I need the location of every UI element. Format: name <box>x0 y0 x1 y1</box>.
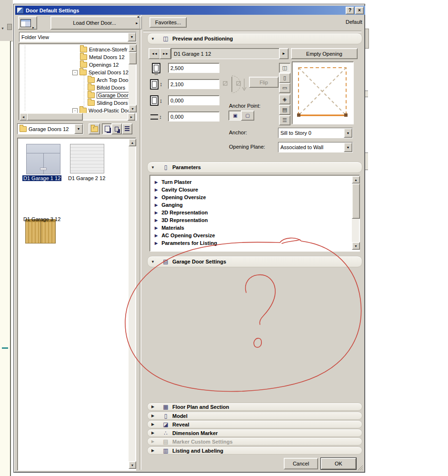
expand-icon[interactable]: ▶ <box>155 203 158 207</box>
section-preview-positioning[interactable]: ▼ ◫ Preview and Positioning <box>147 33 362 44</box>
flip-button[interactable]: Flip <box>249 77 279 88</box>
parameter-row[interactable]: ▶Parameters for Listing <box>155 240 217 246</box>
thumb-label[interactable]: D1 Garage 1 12 <box>22 175 61 181</box>
scroll-up-icon[interactable]: ▲ <box>129 139 136 146</box>
expand-icon[interactable]: ▶ <box>155 226 158 230</box>
expand-icon[interactable]: ▶ <box>155 188 158 192</box>
thumb-d1-garage-3[interactable] <box>25 219 56 243</box>
tree-item[interactable]: Sliding Doors <box>88 100 128 106</box>
scroll-thumb[interactable] <box>129 52 137 64</box>
parameters-vscrollbar[interactable]: ▲ ▼ <box>352 176 359 250</box>
preview-3d-view-button[interactable]: ◈ <box>279 94 290 104</box>
current-door-name-field[interactable]: D1 Garage 1 12 <box>171 48 280 59</box>
prev-item-button[interactable]: ◄◄ <box>149 48 160 59</box>
expand-icon[interactable]: ▶ <box>148 431 158 435</box>
expand-icon[interactable]: ▶ <box>155 180 158 184</box>
combo-dropdown-icon[interactable]: ▼ <box>344 142 352 152</box>
parameter-row[interactable]: ▶3D Representation <box>155 217 208 223</box>
parameter-row[interactable]: ▶Turn Plaster <box>155 179 192 185</box>
tree-item[interactable]: Metal Doors 12 <box>80 54 125 61</box>
panel-divider[interactable] <box>139 15 141 470</box>
collapse-icon[interactable]: ▼ <box>148 37 158 41</box>
section-reveal[interactable]: ▶ ◪ Reveal <box>147 420 362 428</box>
tree-item[interactable]: Arch Top Doo <box>88 77 128 83</box>
expand-icon[interactable]: ▶ <box>148 422 158 426</box>
tree-item[interactable]: Bifold Doors <box>88 84 125 91</box>
opening-plane-combo[interactable]: Associated to Wall ▼ <box>278 142 353 152</box>
tree-item[interactable]: Entrance-Storefr <box>80 46 128 53</box>
scroll-left-icon[interactable]: ◄ <box>20 113 27 121</box>
current-folder-combo[interactable]: Garage Doors 12 ▼ <box>17 123 83 134</box>
section-garage-door-settings[interactable]: ▼ ▤ Garage Door Settings <box>147 256 362 267</box>
scroll-thumb[interactable] <box>27 113 83 121</box>
view-large-icons-button[interactable] <box>102 123 112 134</box>
next-item-button[interactable]: ►► <box>159 48 171 59</box>
view-mode-combo[interactable]: Folder View ▼ <box>19 32 137 42</box>
expand-icon[interactable]: ▶ <box>155 233 158 238</box>
scroll-up-icon[interactable]: ▲ <box>352 176 360 183</box>
expand-icon[interactable]: ▶ <box>155 211 158 215</box>
thumb-d1-garage-2[interactable] <box>70 144 104 173</box>
collapse-icon[interactable]: ▼ <box>148 165 158 170</box>
section-listing-labeling[interactable]: ▶ ▥ Listing and Labeling <box>147 446 362 455</box>
scroll-down-icon[interactable]: ▼ <box>129 461 136 469</box>
ok-button[interactable]: OK <box>321 458 356 469</box>
combo-dropdown-icon[interactable]: ▼ <box>344 128 352 138</box>
thumbnail-list[interactable]: D1 Garage 1 12 D1 Garage 2 12 D1 Garage … <box>17 138 136 471</box>
tree-vscrollbar[interactable]: ▲ ▼ <box>129 44 136 112</box>
thumb-d1-garage-1[interactable] <box>26 144 60 174</box>
preview-front-view-button[interactable]: ◫ <box>279 63 290 73</box>
anchor-combo[interactable]: Sill to Story 0 ▼ <box>278 128 353 138</box>
close-button[interactable]: × <box>355 7 364 14</box>
panel-collapse-icon[interactable]: ▲ <box>137 15 140 18</box>
preview-plan-view-button[interactable]: ▯ <box>279 73 290 83</box>
thumb-label[interactable]: D1 Garage 2 12 <box>68 175 105 181</box>
parameter-row[interactable]: ▶Ganging <box>155 202 183 208</box>
background-dropdown-icon[interactable]: ▼ <box>1 27 4 30</box>
tree-item[interactable]: - Special Doors 12 <box>72 69 129 76</box>
library-view-button[interactable]: ► <box>18 16 37 30</box>
parameter-row[interactable]: ▶Cavity Closure <box>155 187 198 192</box>
door-height-input[interactable] <box>168 79 219 89</box>
sill-height-input[interactable] <box>168 95 219 105</box>
expand-icon[interactable]: ▶ <box>148 405 158 409</box>
scroll-right-icon[interactable]: ► <box>128 113 135 121</box>
resize-grip[interactable] <box>357 464 363 471</box>
folder-tree[interactable]: Entrance-Storefr Metal Doors 12 Openings… <box>19 43 137 121</box>
section-floor-plan[interactable]: ▶ ▦ Floor Plan and Section <box>147 403 362 411</box>
combo-dropdown-icon[interactable]: ▼ <box>128 32 136 41</box>
parameter-row[interactable]: ▶Opening Oversize <box>155 194 206 200</box>
threshold-input[interactable] <box>168 111 219 122</box>
expand-icon[interactable]: ▶ <box>148 414 158 418</box>
section-model[interactable]: ▶ ▯ Model <box>147 412 362 420</box>
scroll-down-icon[interactable]: ▼ <box>129 105 137 112</box>
up-one-level-button[interactable]: ↑ <box>89 123 100 134</box>
help-button[interactable]: ? <box>346 7 354 14</box>
preview-info-button[interactable]: ☰ <box>279 115 290 125</box>
expand-icon[interactable]: ▶ <box>155 241 158 245</box>
thumbs-vscrollbar[interactable]: ▲ ▼ <box>129 139 135 469</box>
view-list-button[interactable] <box>122 123 132 134</box>
scroll-thumb[interactable] <box>352 183 360 219</box>
parameter-row[interactable]: ▶AC Opening Oversize <box>155 233 215 238</box>
view-small-icons-button[interactable] <box>111 123 122 134</box>
parameters-list[interactable]: ▶Turn Plaster ▶Cavity Closure ▶Opening O… <box>149 175 360 252</box>
tree-item-selected[interactable]: Garage Door <box>88 92 130 99</box>
preview-section-view-button[interactable]: ▤ <box>279 105 290 115</box>
preview-side-view-button[interactable]: ▭ <box>279 83 290 93</box>
empty-opening-button[interactable]: Empty Opening <box>291 48 358 59</box>
parameter-row[interactable]: ▶2D Representation <box>155 210 208 215</box>
expand-icon[interactable]: ▶ <box>155 218 158 223</box>
parameter-row[interactable]: ▶Materials <box>155 225 184 231</box>
combo-dropdown-icon[interactable]: ▼ <box>74 124 83 134</box>
anchor-point-button-2[interactable]: ▢ <box>241 111 254 121</box>
load-other-door-button[interactable]: Load Other Door... ► <box>50 16 142 30</box>
more-options-button[interactable]: ► <box>279 48 289 59</box>
background-tool-icon[interactable] <box>7 24 12 30</box>
door-preview-box[interactable] <box>292 61 354 124</box>
collapse-icon[interactable]: ▼ <box>148 260 158 264</box>
title-bar[interactable]: Door Default Settings ? × <box>15 6 365 15</box>
tree-item[interactable]: Openings 12 <box>80 61 119 68</box>
scroll-down-icon[interactable]: ▼ <box>352 242 360 250</box>
door-width-input[interactable] <box>168 63 219 73</box>
